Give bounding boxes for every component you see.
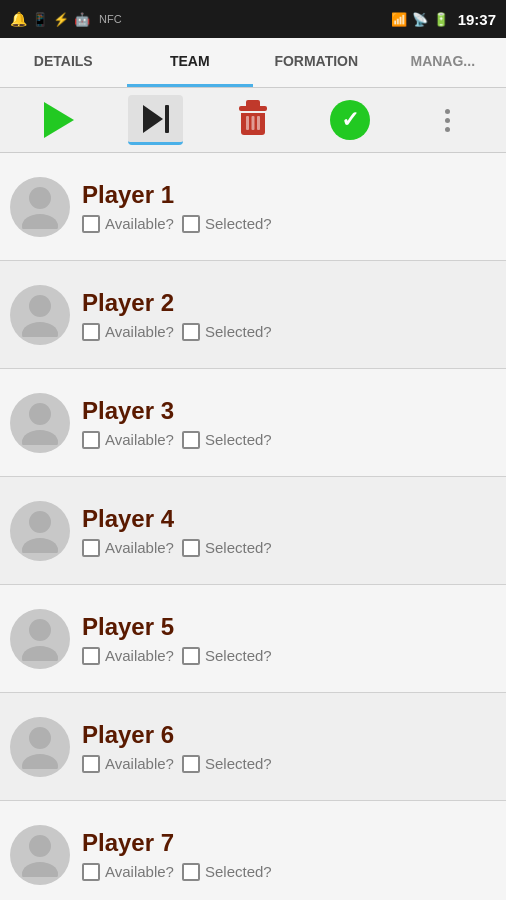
available-checkbox[interactable] [82, 431, 100, 449]
available-group: Available? [82, 863, 174, 881]
available-checkbox[interactable] [82, 539, 100, 557]
player-name: Player 6 [82, 721, 496, 749]
svg-point-10 [29, 727, 51, 749]
avatar-icon [20, 616, 60, 661]
player-item: Player 2 Available? Selected? [0, 261, 506, 369]
selected-label: Selected? [205, 647, 272, 664]
player-name: Player 7 [82, 829, 496, 857]
skip-triangle-icon [143, 105, 163, 133]
available-group: Available? [82, 539, 174, 557]
selected-checkbox[interactable] [182, 539, 200, 557]
available-checkbox[interactable] [82, 215, 100, 233]
dot-icon [445, 127, 450, 132]
battery-icon: 🔋 [433, 12, 449, 27]
dot-icon [445, 118, 450, 123]
skip-bar-icon [165, 105, 169, 133]
selected-label: Selected? [205, 431, 272, 448]
selected-label: Selected? [205, 755, 272, 772]
selected-label: Selected? [205, 863, 272, 880]
trash-icon [239, 106, 267, 135]
more-dots-icon [445, 109, 450, 132]
selected-group: Selected? [182, 323, 272, 341]
player-info: Player 5 Available? Selected? [82, 613, 496, 665]
available-label: Available? [105, 863, 174, 880]
avatar-icon [20, 508, 60, 553]
play-button[interactable] [31, 95, 86, 145]
confirm-button[interactable]: ✓ [323, 95, 378, 145]
available-label: Available? [105, 323, 174, 340]
svg-point-12 [29, 835, 51, 857]
svg-point-13 [22, 862, 58, 877]
selected-group: Selected? [182, 647, 272, 665]
time-display: 19:37 [458, 11, 496, 28]
avatar-icon [20, 184, 60, 229]
selected-label: Selected? [205, 215, 272, 232]
status-bar: 🔔 📱 ⚡ 🤖 NFC 📶 📡 🔋 19:37 [0, 0, 506, 38]
usb-icon: ⚡ [53, 12, 69, 27]
player-item: Player 1 Available? Selected? [0, 153, 506, 261]
selected-checkbox[interactable] [182, 863, 200, 881]
selected-label: Selected? [205, 323, 272, 340]
available-label: Available? [105, 539, 174, 556]
notification-icon: 🔔 [10, 11, 27, 27]
player-checkboxes: Available? Selected? [82, 755, 496, 773]
player-info: Player 7 Available? Selected? [82, 829, 496, 881]
tab-manage[interactable]: MANAG... [380, 38, 507, 87]
player-info: Player 4 Available? Selected? [82, 505, 496, 557]
player-info: Player 3 Available? Selected? [82, 397, 496, 449]
trash-lid-icon [239, 106, 267, 111]
available-checkbox[interactable] [82, 755, 100, 773]
svg-point-3 [22, 322, 58, 337]
selected-label: Selected? [205, 539, 272, 556]
player-item: Player 3 Available? Selected? [0, 369, 506, 477]
svg-point-9 [22, 646, 58, 661]
selected-checkbox[interactable] [182, 647, 200, 665]
check-mark-icon: ✓ [341, 109, 359, 131]
player-checkboxes: Available? Selected? [82, 323, 496, 341]
svg-point-7 [22, 538, 58, 553]
player-info: Player 2 Available? Selected? [82, 289, 496, 341]
svg-point-0 [29, 187, 51, 209]
player-avatar [10, 285, 70, 345]
player-checkboxes: Available? Selected? [82, 863, 496, 881]
skip-button[interactable] [128, 95, 183, 145]
signal-icon: 📡 [412, 12, 428, 27]
svg-point-11 [22, 754, 58, 769]
skip-icon [143, 105, 169, 133]
more-options-button[interactable] [420, 95, 475, 145]
status-right: 📶 📡 🔋 19:37 [391, 11, 496, 28]
avatar-icon [20, 292, 60, 337]
avatar-icon [20, 400, 60, 445]
tab-details[interactable]: DETAILS [0, 38, 127, 87]
tab-team[interactable]: TEAM [127, 38, 254, 87]
available-label: Available? [105, 431, 174, 448]
player-name: Player 1 [82, 181, 496, 209]
available-label: Available? [105, 755, 174, 772]
available-checkbox[interactable] [82, 863, 100, 881]
svg-point-5 [22, 430, 58, 445]
selected-group: Selected? [182, 539, 272, 557]
tab-formation[interactable]: FORMATION [253, 38, 380, 87]
avatar-icon [20, 724, 60, 769]
player-checkboxes: Available? Selected? [82, 431, 496, 449]
available-checkbox[interactable] [82, 323, 100, 341]
svg-point-4 [29, 403, 51, 425]
player-name: Player 4 [82, 505, 496, 533]
trash-line-icon [251, 116, 254, 130]
player-checkboxes: Available? Selected? [82, 215, 496, 233]
available-group: Available? [82, 215, 174, 233]
svg-point-6 [29, 511, 51, 533]
player-list: Player 1 Available? Selected? Player 2 [0, 153, 506, 900]
player-avatar [10, 501, 70, 561]
wifi-icon: 📶 [391, 12, 407, 27]
delete-button[interactable] [225, 95, 280, 145]
player-checkboxes: Available? Selected? [82, 647, 496, 665]
svg-point-8 [29, 619, 51, 641]
selected-checkbox[interactable] [182, 215, 200, 233]
selected-checkbox[interactable] [182, 323, 200, 341]
player-item: Player 7 Available? Selected? [0, 801, 506, 900]
selected-checkbox[interactable] [182, 431, 200, 449]
available-checkbox[interactable] [82, 647, 100, 665]
status-icons-left: 🔔 📱 ⚡ 🤖 NFC [10, 11, 122, 27]
selected-checkbox[interactable] [182, 755, 200, 773]
